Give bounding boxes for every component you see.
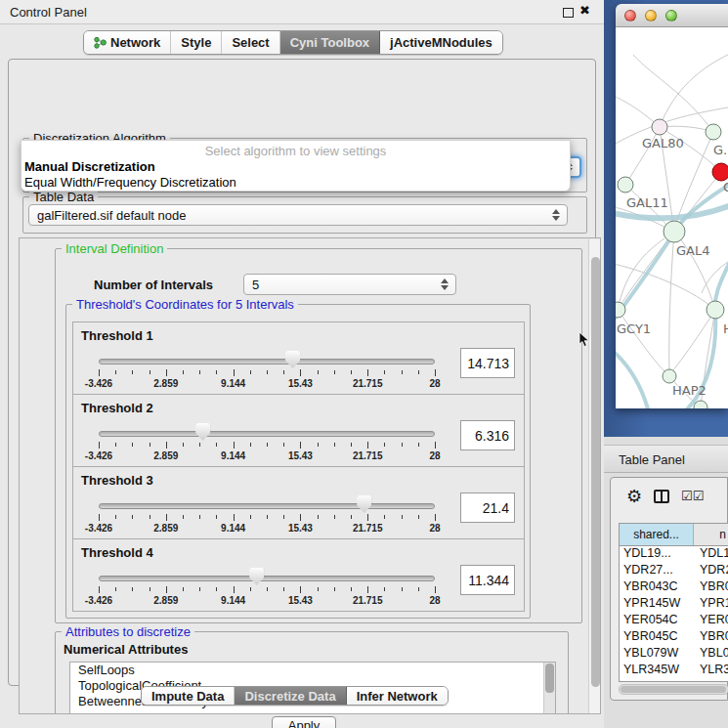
threshold-value-field[interactable]: 14.713	[460, 348, 515, 378]
tick-label: 15.43	[288, 378, 313, 389]
minor-tick	[216, 370, 217, 374]
table-horizontal-scrollbar[interactable]	[619, 684, 728, 695]
threshold-value-field[interactable]: 21.4	[460, 492, 515, 523]
network-node[interactable]	[652, 119, 667, 135]
network-node[interactable]	[663, 369, 676, 383]
network-node[interactable]	[618, 177, 633, 193]
settings-scrollbar-thumb[interactable]	[591, 257, 600, 687]
table-row[interactable]: YBL079WYBL0	[620, 646, 728, 663]
algorithm-item-manual[interactable]: Manual Discretization	[24, 159, 155, 174]
network-edge-thick[interactable]	[616, 350, 649, 408]
cell-shared-name: YLR345W	[620, 663, 694, 679]
float-icon[interactable]	[563, 8, 574, 18]
algorithm-item-equal-width[interactable]: Equal Width/Frequency Discretization	[24, 175, 236, 190]
threshold-value-field[interactable]: 11.344	[460, 565, 515, 595]
tab-cyni-toolbox[interactable]: Cyni Toolbox	[280, 31, 380, 54]
tick-label: 9.144	[221, 450, 245, 461]
settings-gear-icon[interactable]: ⚙	[626, 487, 642, 506]
tick-label: 2.859	[153, 523, 178, 534]
minor-tick	[183, 587, 184, 591]
threshold-slider-thumb[interactable]	[357, 495, 371, 513]
column-header-shared-name[interactable]: shared...	[620, 524, 694, 545]
tab-jactivemnodules[interactable]: jActiveMNodules	[380, 31, 502, 54]
network-edge[interactable]	[660, 55, 728, 127]
tick-label: 15.43	[288, 595, 313, 606]
table-hscrollbar-thumb[interactable]	[621, 686, 726, 693]
split-view-icon[interactable]	[654, 490, 669, 503]
network-canvas[interactable]: GAL80G.CGAL11GAL4GCY1HHAP2	[616, 27, 728, 408]
major-tick	[300, 369, 301, 376]
cell-name: YBL0	[694, 646, 728, 663]
control-panel: Control Panel ✖ NetworkStyleSelectCyni T…	[0, 0, 604, 728]
minor-tick	[418, 443, 419, 447]
minimize-traffic-light[interactable]	[645, 10, 657, 21]
minor-tick	[199, 515, 200, 519]
minor-tick	[199, 587, 200, 591]
network-node[interactable]	[707, 301, 724, 319]
attributes-scrollbar[interactable]	[543, 663, 555, 713]
major-tick	[166, 442, 167, 449]
table-row[interactable]: YBR045CYBR0	[620, 629, 728, 646]
tab-impute-data[interactable]: Impute Data	[142, 687, 235, 705]
close-icon[interactable]: ✖	[579, 3, 590, 18]
table-toolbar: ⚙ ☑☑	[611, 484, 727, 515]
threshold-value-field[interactable]: 6.316	[460, 420, 515, 450]
cell-name: YBR0	[694, 579, 728, 596]
cell-shared-name: YBR043C	[620, 579, 694, 596]
cell-shared-name: YBR045C	[620, 629, 694, 646]
threshold-slider-thumb[interactable]	[285, 351, 300, 368]
threshold-slider-thumb[interactable]	[249, 568, 264, 585]
tab-select[interactable]: Select	[222, 31, 279, 54]
table-rows: YDL19...YDL1YDR27...YDR2YBR043CYBR0YPR14…	[620, 546, 728, 682]
tab-label: Style	[181, 35, 211, 50]
tab-style[interactable]: Style	[171, 31, 222, 54]
settings-vertical-scrollbar[interactable]	[588, 239, 601, 713]
algorithm-hint-item[interactable]: Select algorithm to view settings	[21, 144, 570, 158]
threshold-slider-track[interactable]	[99, 576, 435, 581]
network-edge[interactable]	[633, 55, 713, 132]
table-row[interactable]: YIL052CYIL0	[620, 679, 728, 682]
table-row[interactable]: YBR043CYBR0	[620, 579, 728, 596]
table-row[interactable]: YDL19...YDL1	[620, 546, 728, 563]
tab-label: jActiveMNodules	[390, 35, 492, 50]
network-node[interactable]	[712, 163, 728, 181]
tab-network[interactable]: Network	[84, 31, 171, 54]
threshold-slider-thumb[interactable]	[195, 423, 210, 441]
table-row[interactable]: YER054CYER0	[620, 613, 728, 629]
number-of-intervals-combobox[interactable]: 5	[243, 274, 456, 295]
tab-infer-network[interactable]: Infer Network	[347, 687, 448, 705]
tab-discretize-data[interactable]: Discretize Data	[235, 687, 346, 705]
table-data-combobox[interactable]: galFiltered.sif default node	[28, 204, 568, 226]
threshold-row: Threshold 3-3.4262.8599.14415.4321.71528…	[72, 466, 525, 539]
network-edge[interactable]	[669, 232, 674, 376]
minor-tick	[132, 587, 133, 591]
cell-name: YDL1	[694, 546, 728, 563]
minor-tick	[150, 515, 150, 519]
threshold-row: Threshold 1-3.4262.8599.14415.4321.71528…	[72, 321, 525, 395]
column-header-name[interactable]: n	[694, 524, 728, 545]
attributes-scrollbar-thumb[interactable]	[545, 664, 554, 693]
table-row[interactable]: YLR345WYLR3	[620, 663, 728, 679]
threshold-row: Threshold 4-3.4262.8599.14415.4321.71528…	[72, 538, 525, 612]
number-of-intervals-value: 5	[252, 278, 259, 292]
network-node[interactable]	[706, 124, 721, 140]
threshold-slider-track[interactable]	[99, 359, 435, 364]
threshold-slider-track[interactable]	[99, 431, 435, 437]
minor-tick	[334, 515, 335, 519]
apply-button[interactable]: Apply	[272, 716, 336, 728]
cell-shared-name: YER054C	[620, 613, 694, 629]
node-label: GAL11	[626, 195, 668, 210]
table-row[interactable]: YPR145WYPR1	[620, 596, 728, 613]
network-edge[interactable]	[672, 310, 715, 371]
cell-shared-name: YPR145W	[620, 596, 694, 613]
close-traffic-light[interactable]	[624, 10, 636, 21]
network-node[interactable]	[664, 221, 685, 242]
tick-label: 21.715	[353, 523, 383, 534]
checkbox-checked-icon[interactable]: ☑☑	[681, 489, 704, 503]
zoom-traffic-light[interactable]	[665, 10, 677, 21]
attribute-list-item[interactable]: SelfLoops	[70, 663, 555, 678]
minor-tick	[115, 587, 116, 591]
table-row[interactable]: YDR27...YDR2	[620, 563, 728, 579]
cell-name: YPR1	[694, 596, 728, 613]
threshold-slider-track[interactable]	[99, 503, 435, 509]
